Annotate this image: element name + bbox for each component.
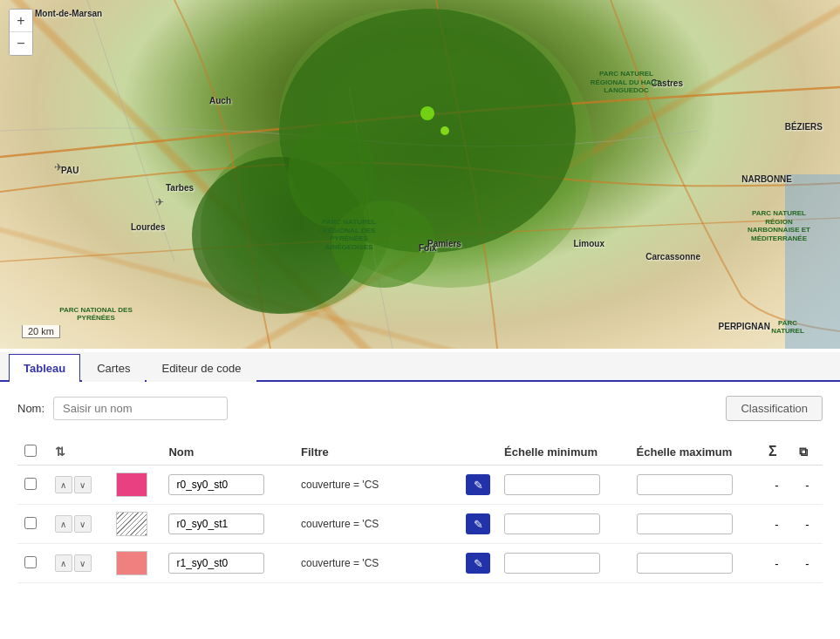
zoom-controls: + −: [9, 9, 33, 56]
th-filter: Filtre: [294, 438, 497, 466]
sum-dash-1: -: [761, 466, 792, 505]
row-checkbox-2[interactable]: [24, 517, 37, 529]
move-down-2[interactable]: ∨: [74, 515, 92, 533]
sort-icon: ⇅: [55, 445, 65, 459]
th-name: Nom: [161, 438, 294, 466]
rule-name-2[interactable]: [168, 513, 264, 534]
move-buttons-2: ∧ ∨: [55, 515, 102, 533]
pencil-icon-1: ✎: [474, 479, 483, 492]
rule-name-3[interactable]: [168, 553, 264, 574]
filter-edit-2[interactable]: ✎: [466, 513, 490, 534]
name-label: Nom:: [17, 402, 44, 415]
sigma-icon: Σ: [768, 444, 777, 459]
rule-name-1[interactable]: [168, 474, 264, 495]
move-up-2[interactable]: ∧: [55, 515, 72, 533]
row-checkbox-3[interactable]: [24, 556, 37, 568]
filter-text-1: couverture = 'CS: [301, 479, 462, 491]
classification-button[interactable]: Classification: [726, 396, 823, 421]
copy-dash-2: -: [792, 505, 823, 544]
select-all-checkbox[interactable]: [24, 445, 37, 457]
th-select-all: [17, 438, 48, 466]
zoom-out-button[interactable]: −: [10, 32, 32, 55]
tab-editeur[interactable]: Editeur de code: [147, 354, 256, 382]
th-scale-min: Échelle minimum: [497, 438, 630, 466]
tab-cartes[interactable]: Cartes: [82, 354, 145, 382]
filter-area-1: couverture = 'CS ✎: [301, 474, 490, 495]
zoom-in-button[interactable]: +: [10, 10, 32, 32]
pencil-icon-3: ✎: [474, 557, 483, 570]
scale-max-2[interactable]: [637, 513, 733, 534]
copy-icon: ⧉: [799, 445, 808, 459]
scale-max-3[interactable]: [637, 553, 733, 574]
filter-edit-1[interactable]: ✎: [466, 474, 490, 495]
th-scale-max: Échelle maximum: [630, 438, 762, 466]
table-row: ∧ ∨ couverture = 'CS ✎: [17, 544, 823, 583]
symbol-preview-1: [116, 472, 147, 497]
map-view: Mont-de-Marsan PAU Tarbes Auch Castres B…: [0, 0, 840, 349]
scale-min-3[interactable]: [504, 553, 600, 574]
sum-dash-3: -: [761, 544, 792, 583]
scale-min-2[interactable]: [504, 513, 600, 534]
symbol-preview-3: [116, 551, 147, 575]
th-copy: ⧉: [792, 438, 823, 466]
tabs-bar: Tableau Cartes Editeur de code: [0, 352, 840, 382]
sum-dash-2: -: [761, 505, 792, 544]
name-row: Nom: Classification: [17, 396, 823, 421]
tab-tableau[interactable]: Tableau: [9, 354, 80, 382]
scale-label: 20 km: [28, 326, 54, 336]
pencil-icon-2: ✎: [474, 518, 483, 531]
th-sum: Σ: [761, 438, 792, 466]
filter-area-3: couverture = 'CS ✎: [301, 553, 490, 574]
filter-text-2: couverture = 'CS: [301, 518, 462, 530]
rules-table: ⇅ Nom Filtre Échelle minimum Échelle max…: [17, 438, 823, 583]
row-checkbox-1[interactable]: [24, 478, 37, 490]
map-scale: 20 km: [22, 325, 60, 338]
th-move: ⇅: [48, 438, 109, 466]
table-row: ∧ ∨ couverture = 'CS ✎: [17, 505, 823, 544]
table-row: ∧ ∨ couverture = 'CS ✎: [17, 466, 823, 505]
th-symbol: [109, 438, 162, 466]
name-input[interactable]: [53, 397, 228, 420]
move-buttons-3: ∧ ∨: [55, 554, 102, 572]
filter-area-2: couverture = 'CS ✎: [301, 513, 490, 534]
scale-min-1[interactable]: [504, 474, 600, 495]
filter-text-3: couverture = 'CS: [301, 557, 462, 569]
move-down-1[interactable]: ∨: [74, 476, 92, 493]
content-area: Nom: Classification ⇅ Nom Filtre: [0, 382, 840, 597]
move-up-1[interactable]: ∧: [55, 476, 72, 493]
move-up-3[interactable]: ∧: [55, 554, 72, 572]
move-buttons-1: ∧ ∨: [55, 476, 102, 493]
move-down-3[interactable]: ∨: [74, 554, 92, 572]
copy-dash-1: -: [792, 466, 823, 505]
scale-max-1[interactable]: [637, 474, 733, 495]
filter-edit-3[interactable]: ✎: [466, 553, 490, 574]
copy-dash-3: -: [792, 544, 823, 583]
symbol-preview-2: [116, 512, 147, 536]
